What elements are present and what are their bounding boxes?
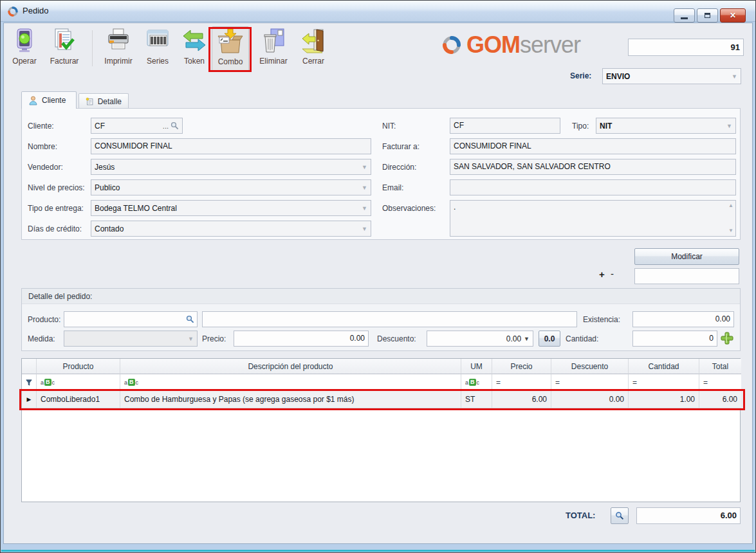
cerrar-button[interactable]: Cerrar <box>295 26 331 71</box>
restore-button[interactable] <box>697 8 718 23</box>
imprimir-button[interactable]: Imprimir <box>98 26 138 71</box>
detalle-pedido-title: Detalle del pedido: <box>22 289 740 304</box>
serie-dropdown[interactable]: ENVIO ▼ <box>602 68 741 84</box>
equals-filter-icon: = <box>703 378 708 387</box>
producto-code-field[interactable] <box>64 311 198 327</box>
trash-icon <box>259 26 288 55</box>
filter-funnel-cell[interactable] <box>22 374 37 391</box>
toolbar-button-label: Operar <box>12 57 36 66</box>
cliente-lookup-field[interactable]: CF ... <box>91 118 183 134</box>
brand-logo: GOMserver <box>441 32 580 59</box>
cell-cantidad[interactable]: 1.00 <box>629 391 699 408</box>
series-button[interactable]: Series <box>140 26 176 71</box>
gom-logo-icon <box>441 34 463 56</box>
toolbar-button-label: Facturar <box>50 57 79 66</box>
equals-filter-icon: = <box>632 378 637 387</box>
precio-field[interactable]: 0.00 <box>234 331 369 347</box>
scroll-up-icon[interactable]: ▲ <box>728 203 733 208</box>
tab-cliente[interactable]: Cliente <box>21 91 77 109</box>
search-icon[interactable] <box>186 315 194 323</box>
cell-total[interactable]: 6.00 <box>699 391 741 408</box>
tipo-entrega-label: Tipo de entrega: <box>28 204 84 213</box>
barcode-icon <box>143 26 172 55</box>
total-search-button[interactable] <box>611 507 629 524</box>
token-button[interactable]: Token <box>177 26 212 71</box>
serie-label: Serie: <box>570 71 591 80</box>
existencia-label: Existencia: <box>583 315 620 324</box>
equals-filter-icon: = <box>555 378 560 387</box>
order-number-field[interactable]: 91 <box>628 39 744 56</box>
filter-cell-precio[interactable]: = <box>492 374 551 391</box>
tipo-dropdown[interactable]: NIT ▼ <box>596 118 736 134</box>
filter-cell-descripcion[interactable]: aBc <box>120 374 461 391</box>
cell-descuento[interactable]: 0.00 <box>551 391 629 408</box>
facturar-a-field[interactable]: CONSUMIDOR FINAL <box>450 138 736 154</box>
operar-button[interactable]: Operar <box>6 26 43 71</box>
table-row[interactable]: ▶ ComboLiberado1 Combo de Hamburguesa y … <box>22 391 740 408</box>
column-header-descuento[interactable]: Descuento <box>551 359 629 374</box>
descuento-combo[interactable]: 0.00 ▼ <box>427 331 533 347</box>
cell-descripcion[interactable]: Combo de Hamburguesa y Papas (se agrega … <box>120 391 461 408</box>
add-item-plus-icon[interactable] <box>720 331 734 345</box>
scroll-down-icon[interactable]: ▼ <box>728 228 733 233</box>
dias-credito-dropdown[interactable]: Contado ▼ <box>91 221 371 237</box>
total-field[interactable]: 6.00 <box>636 507 741 524</box>
filter-cell-cantidad[interactable]: = <box>629 374 699 391</box>
direccion-field[interactable]: SAN SALVADOR, SAN SALVADOR CENTRO <box>450 159 736 175</box>
nit-label: NIT: <box>382 122 396 131</box>
invoice-check-icon <box>50 26 78 55</box>
column-header-cantidad[interactable]: Cantidad <box>629 359 699 374</box>
combo-button[interactable]: Combo <box>212 26 249 71</box>
tipo-entrega-dropdown[interactable]: Bodega TELMO Central ▼ <box>91 200 371 216</box>
cantidad-label: Cantidad: <box>566 334 598 343</box>
ellipsis-button[interactable]: ... <box>163 122 169 130</box>
email-label: Email: <box>382 183 403 192</box>
modificar-button[interactable]: Modificar <box>634 248 739 265</box>
filter-cell-descuento[interactable]: = <box>551 374 629 391</box>
existencia-field[interactable]: 0.00 <box>632 311 734 327</box>
observaciones-field[interactable]: . ▲ ▼ <box>450 200 736 237</box>
column-header-total[interactable]: Total <box>699 359 741 374</box>
chevron-down-icon: ▼ <box>362 164 367 170</box>
email-field[interactable] <box>450 179 736 195</box>
tab-label: Detalle <box>98 97 122 106</box>
chevron-down-icon: ▼ <box>726 123 732 129</box>
filter-cell-total[interactable]: = <box>699 374 741 391</box>
toolbar-separator <box>92 30 93 66</box>
titlebar[interactable]: Pedido ✕ <box>1 1 755 22</box>
order-items-grid: Producto Descripción del producto UM Pre… <box>21 358 741 502</box>
equals-filter-icon: = <box>496 378 501 387</box>
column-header-precio[interactable]: Precio <box>492 359 551 374</box>
close-icon: ✕ <box>730 11 736 20</box>
dias-credito-label: Días de crédito: <box>28 224 82 233</box>
brand-primary: GOM <box>466 32 520 58</box>
total-label: TOTAL: <box>566 511 595 520</box>
column-header-descripcion[interactable]: Descripción del producto <box>120 359 461 374</box>
close-button[interactable]: ✕ <box>720 8 746 23</box>
vendedor-label: Vendedor: <box>28 163 63 172</box>
descuento-cero-button[interactable]: 0.0 <box>539 331 560 347</box>
filter-cell-producto[interactable]: aBc <box>37 374 120 391</box>
nit-field[interactable]: CF <box>450 118 560 134</box>
filter-cell-um[interactable]: aBc <box>461 374 492 391</box>
eliminar-button[interactable]: Eliminar <box>254 26 293 71</box>
nombre-field[interactable]: CONSUMIDOR FINAL <box>91 138 371 154</box>
column-header-producto[interactable]: Producto <box>37 359 120 374</box>
producto-desc-field[interactable] <box>202 311 577 327</box>
tab-detalle[interactable]: Detalle <box>78 93 129 109</box>
cell-um[interactable]: ST <box>461 391 492 408</box>
minimize-button[interactable] <box>674 8 695 23</box>
dias-credito-value: Contado <box>95 224 359 233</box>
cell-producto[interactable]: ComboLiberado1 <box>37 391 120 408</box>
vendedor-dropdown[interactable]: Jesús ▼ <box>91 159 371 175</box>
medida-dropdown[interactable]: ▼ <box>64 331 198 347</box>
column-header-um[interactable]: UM <box>461 359 492 374</box>
quantity-adjust-field[interactable] <box>634 268 739 284</box>
cantidad-field[interactable]: 0 <box>632 331 717 347</box>
search-icon[interactable] <box>171 122 179 130</box>
facturar-button[interactable]: Facturar <box>44 26 84 71</box>
toolbar-button-label: Combo <box>218 57 243 66</box>
nivel-precios-dropdown[interactable]: Publico ▼ <box>91 179 371 195</box>
traffic-light-icon <box>10 26 39 55</box>
cell-precio[interactable]: 6.00 <box>492 391 551 408</box>
